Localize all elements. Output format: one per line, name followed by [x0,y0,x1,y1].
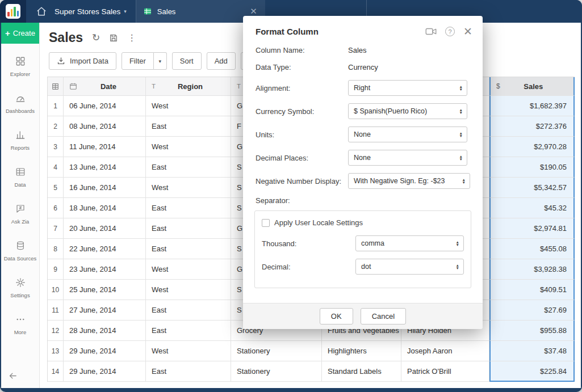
row-number-cell[interactable]: 7 [48,218,64,239]
save-icon[interactable] [109,33,118,43]
row-number-cell[interactable]: 3 [48,137,64,157]
category-cell[interactable]: Stationery [231,341,322,361]
region-cell[interactable]: West [146,137,231,157]
region-cell[interactable]: East [146,116,231,137]
date-cell[interactable]: 13 June, 2014 [64,157,146,178]
region-cell[interactable]: East [146,321,231,341]
product-cell[interactable]: Highlighters [322,341,401,361]
sales-cell[interactable]: $2,974.81 [489,218,575,239]
region-cell[interactable]: East [146,157,231,178]
row-number-header[interactable] [48,77,64,96]
import-data-button[interactable]: Import Data [49,52,116,70]
row-number-cell[interactable]: 1 [48,96,64,116]
region-cell[interactable]: West [146,259,231,280]
sales-cell[interactable]: $37.48 [489,341,575,361]
sidebar-item-data-sources[interactable]: Data Sources [1,233,39,269]
region-cell[interactable]: West [146,341,231,361]
row-number-cell[interactable]: 8 [48,239,64,259]
sidebar-item-ask-zia[interactable]: Ask Zia [1,196,39,233]
region-cell[interactable]: East [146,198,231,218]
sales-cell[interactable]: $955.88 [489,321,575,341]
units-select[interactable]: None ▲▼ [348,127,467,142]
sidebar-item-more[interactable]: More [1,306,39,343]
region-cell[interactable]: East [146,300,231,321]
collapse-sidebar-icon[interactable] [8,371,18,383]
row-number-cell[interactable]: 9 [48,259,64,280]
sales-cell[interactable]: $5,342.57 [489,178,575,198]
ok-button[interactable]: OK [320,308,353,324]
row-number-cell[interactable]: 10 [48,280,64,300]
category-cell[interactable]: Stationery [231,361,322,382]
date-cell[interactable]: 06 June, 2014 [64,96,146,116]
date-cell[interactable]: 11 June, 2014 [64,137,146,157]
person-cell[interactable]: Patrick O'Brill [401,361,489,382]
locale-checkbox[interactable] [262,219,270,227]
cancel-button[interactable]: Cancel [361,308,406,324]
refresh-icon[interactable]: ↻ [92,32,100,44]
date-cell[interactable]: 28 June, 2014 [64,321,146,341]
date-cell[interactable]: 20 June, 2014 [64,218,146,239]
sales-column-header[interactable]: $ Sales [489,77,575,96]
date-cell[interactable]: 18 June, 2014 [64,198,146,218]
sales-cell[interactable]: $455.08 [489,239,575,259]
sales-cell[interactable]: $1,682.397 [489,96,575,116]
region-cell[interactable]: West [146,178,231,198]
tab-close-icon[interactable]: ✕ [249,6,258,16]
sales-cell[interactable]: $2,970.28 [489,137,575,157]
region-cell[interactable]: East [146,218,231,239]
sales-cell[interactable]: $3,928.38 [489,259,575,280]
region-cell[interactable]: West [146,280,231,300]
create-button[interactable]: + Create [1,23,39,44]
sales-cell[interactable]: $225.84 [489,361,575,382]
row-number-cell[interactable]: 11 [48,300,64,321]
date-column-header[interactable]: Date [64,77,146,96]
date-cell[interactable]: 16 June, 2014 [64,178,146,198]
row-number-cell[interactable]: 4 [48,157,64,178]
row-number-cell[interactable]: 6 [48,198,64,218]
date-cell[interactable]: 23 June, 2014 [64,259,146,280]
video-help-icon[interactable] [425,27,437,36]
sales-cell[interactable]: $272.376 [489,116,575,137]
region-cell[interactable]: East [146,239,231,259]
person-cell[interactable]: Joseph Aaron [401,341,489,361]
kebab-menu-icon[interactable]: ⋮ [127,32,137,43]
sales-cell[interactable]: $409.51 [489,280,575,300]
row-number-cell[interactable]: 2 [48,116,64,137]
date-cell[interactable]: 27 June, 2014 [64,300,146,321]
sales-cell[interactable]: $190.05 [489,157,575,178]
currency-symbol-select[interactable]: $ Spanish(Puerto Rico) ▲▼ [348,103,467,119]
date-cell[interactable]: 29 June, 2014 [64,341,146,361]
locale-settings-row[interactable]: Apply User Locale Settings [262,218,464,227]
sales-cell[interactable]: $27.69 [489,300,575,321]
row-number-cell[interactable]: 14 [48,361,64,382]
row-number-cell[interactable]: 5 [48,178,64,198]
alignment-select[interactable]: Right ▲▼ [348,80,467,96]
region-column-header[interactable]: T Region [146,77,231,96]
filter-button[interactable]: Filter [122,52,154,70]
product-cell[interactable]: Standard Labels [322,361,401,382]
workspace-switcher[interactable]: Super Stores Sales ▾ [55,7,127,16]
sidebar-item-reports[interactable]: Reports [1,122,39,159]
date-cell[interactable]: 22 June, 2014 [64,239,146,259]
date-cell[interactable]: 25 June, 2014 [64,280,146,300]
row-number-cell[interactable]: 12 [48,321,64,341]
thousand-select[interactable]: comma ▲▼ [355,235,464,251]
app-logo[interactable] [0,0,26,23]
date-cell[interactable]: 29 June, 2014 [64,361,146,382]
sidebar-item-settings[interactable]: Settings [1,269,39,306]
sidebar-item-data[interactable]: Data [1,159,39,196]
add-button[interactable]: Add [207,52,236,70]
decimal-select[interactable]: dot ▲▼ [355,259,464,275]
help-icon[interactable]: ? [445,27,455,36]
filter-dropdown-icon[interactable]: ▾ [154,52,167,70]
home-icon[interactable] [36,6,47,16]
sidebar-item-explorer[interactable]: Explorer [1,48,39,85]
date-cell[interactable]: 08 June, 2014 [64,116,146,137]
sort-button[interactable]: Sort [172,52,202,70]
negative-display-select[interactable]: With Negative Sign. Eg: -$23 ▲▼ [348,173,470,189]
region-cell[interactable]: West [146,96,231,116]
dialog-close-icon[interactable]: ✕ [463,25,472,38]
sales-cell[interactable]: $45.32 [489,198,575,218]
region-cell[interactable]: East [146,361,231,382]
row-number-cell[interactable]: 13 [48,341,64,361]
